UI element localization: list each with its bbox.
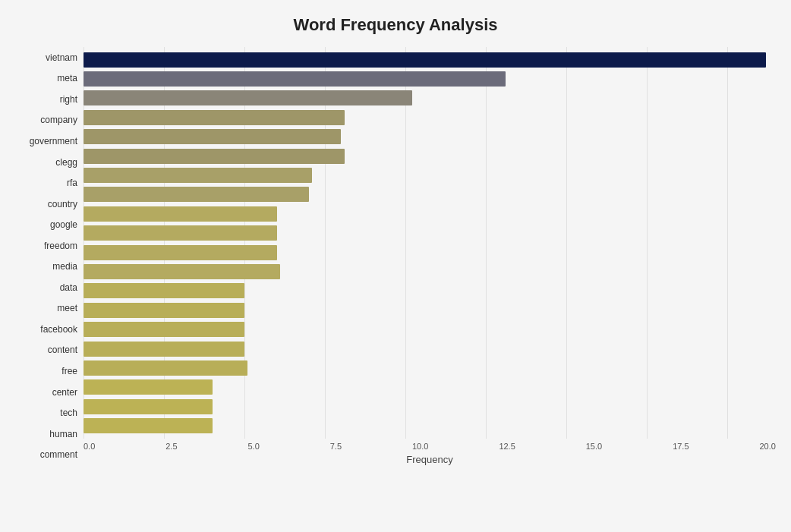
- bar: [84, 418, 213, 433]
- chart-area: vietnammetarightcompanygovernmentcleggrf…: [15, 47, 776, 465]
- bar: [84, 245, 277, 260]
- bar-row: [84, 282, 776, 300]
- y-label: facebook: [40, 319, 77, 340]
- y-label: center: [52, 382, 77, 403]
- x-tick: 15.0: [586, 442, 602, 451]
- x-tick: 10.0: [412, 442, 428, 451]
- bar-row: [84, 166, 776, 184]
- bar-row: [84, 89, 776, 107]
- y-label: meet: [57, 298, 77, 320]
- bar-row: [84, 301, 776, 320]
- bar: [84, 52, 766, 68]
- bar: [84, 168, 312, 183]
- bar: [84, 264, 280, 279]
- bar: [84, 399, 213, 414]
- y-label: vietnam: [46, 47, 77, 68]
- bar-row: [84, 127, 776, 146]
- y-label: country: [48, 194, 77, 215]
- bar-row: [84, 70, 776, 88]
- bar-row: [84, 185, 776, 203]
- y-label: free: [61, 360, 77, 382]
- bar-row: [84, 320, 776, 338]
- x-tick: 7.5: [330, 442, 342, 451]
- bar-row: [84, 378, 776, 396]
- bar: [84, 322, 244, 337]
- bar: [84, 187, 309, 202]
- x-tick: 12.5: [499, 442, 515, 451]
- bar: [84, 225, 277, 241]
- bar-row: [84, 417, 776, 435]
- x-tick: 2.5: [165, 442, 177, 451]
- bar-row: [84, 244, 776, 262]
- y-label: comment: [40, 444, 77, 465]
- bar: [84, 283, 244, 298]
- bar: [84, 90, 412, 105]
- bar-row: [84, 340, 776, 358]
- y-label: meta: [57, 68, 77, 90]
- chart-title: Word Frequency Analysis: [15, 15, 776, 35]
- bar: [84, 129, 341, 144]
- bar-row: [84, 224, 776, 242]
- chart-container: Word Frequency Analysis vietnammetaright…: [0, 0, 791, 532]
- bar: [84, 379, 213, 395]
- x-tick: 0.0: [84, 442, 95, 451]
- bar: [84, 303, 244, 318]
- plot-area: 0.02.55.07.510.012.515.017.520.0 Frequen…: [84, 47, 776, 465]
- y-label: content: [48, 340, 77, 361]
- bar-row: [84, 359, 776, 377]
- x-axis: 0.02.55.07.510.012.515.017.520.0: [84, 442, 776, 451]
- y-label: government: [30, 131, 77, 152]
- y-label: right: [60, 89, 77, 110]
- y-label: google: [50, 214, 77, 235]
- bar: [84, 342, 244, 357]
- bar: [84, 110, 345, 125]
- bar-row: [84, 51, 776, 69]
- x-axis-title: Frequency: [84, 454, 776, 465]
- y-label: data: [60, 277, 77, 298]
- x-tick: 20.0: [760, 442, 776, 451]
- y-label: freedom: [44, 235, 77, 257]
- x-tick: 17.5: [673, 442, 689, 451]
- y-label: media: [52, 256, 77, 277]
- bars-wrapper: [84, 47, 776, 439]
- bar-row: [84, 263, 776, 281]
- y-label: rfa: [67, 172, 77, 194]
- bar-row: [84, 205, 776, 223]
- bar: [84, 71, 506, 87]
- bar-row: [84, 109, 776, 127]
- y-axis-labels: vietnammetarightcompanygovernmentcleggrf…: [15, 47, 84, 465]
- bar-row: [84, 147, 776, 165]
- bar: [84, 149, 345, 164]
- bar: [84, 360, 247, 376]
- bar: [84, 206, 277, 222]
- bar-row: [84, 398, 776, 416]
- y-label: human: [49, 423, 77, 445]
- y-label: tech: [60, 402, 77, 423]
- grid-and-bars: [84, 47, 776, 439]
- y-label: company: [40, 110, 77, 131]
- x-tick: 5.0: [248, 442, 260, 451]
- y-label: clegg: [55, 152, 77, 173]
